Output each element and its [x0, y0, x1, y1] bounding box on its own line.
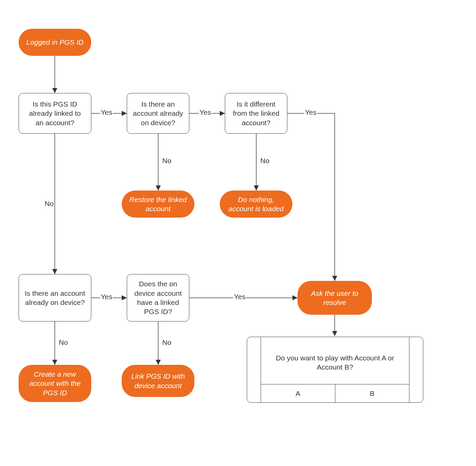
edge-q1-no: No [44, 200, 54, 208]
decision-q5-label: Does the on device account have a linked… [133, 279, 184, 316]
resolve-inner-frame: Do you want to play with Account A or Ac… [261, 337, 409, 402]
terminal-link-label: Link PGS ID with device account [127, 372, 189, 390]
terminal-resolve-label: Ask the user to resolve [303, 289, 366, 307]
resolve-dialog: Do you want to play with Account A or Ac… [247, 337, 423, 403]
decision-q4-label: Is there an account already on device? [24, 289, 86, 307]
resolve-option-b[interactable]: B [335, 384, 409, 402]
terminal-restore: Restore the linked account [122, 191, 194, 218]
terminal-nothing: Do nothing, account is loaded [220, 191, 292, 218]
decision-q1: Is this PGS ID already linked to an acco… [19, 93, 91, 134]
terminal-create-label: Create a new account with the PGS ID [24, 370, 86, 397]
terminal-resolve: Ask the user to resolve [298, 281, 372, 315]
edge-q4-no: No [58, 338, 69, 347]
resolve-buttons: A B [261, 384, 409, 402]
resolve-prompt: Do you want to play with Account A or Ac… [261, 353, 409, 372]
terminal-start-label: Logged in PGS ID [26, 38, 84, 47]
flowchart-canvas: Logged in PGS ID Is this PGS ID already … [0, 0, 476, 466]
terminal-start: Logged in PGS ID [19, 29, 91, 56]
decision-q2-label: Is there an account already on device? [133, 99, 184, 127]
decision-q3-label: Is it different from the linked account? [231, 99, 282, 127]
decision-q4: Is there an account already on device? [19, 274, 91, 321]
decision-q1-label: Is this PGS ID already linked to an acco… [24, 99, 86, 127]
decision-q3: Is it different from the linked account? [225, 93, 287, 134]
terminal-link: Link PGS ID with device account [122, 365, 194, 397]
terminal-nothing-label: Do nothing, account is loaded [225, 195, 287, 214]
edge-q5-yes: Yes [233, 293, 246, 301]
decision-q2: Is there an account already on device? [127, 93, 189, 134]
edge-q5-no: No [162, 338, 172, 347]
edge-q2-yes: Yes [199, 108, 212, 116]
edge-q2-no: No [162, 157, 172, 165]
edge-q3-no: No [260, 157, 270, 165]
terminal-create: Create a new account with the PGS ID [19, 365, 91, 402]
resolve-option-a[interactable]: A [261, 384, 335, 402]
edge-q1-yes: Yes [100, 108, 113, 116]
terminal-restore-label: Restore the linked account [127, 195, 189, 214]
edge-q4-yes: Yes [100, 293, 113, 301]
decision-q5: Does the on device account have a linked… [127, 274, 189, 321]
edge-q3-yes: Yes [304, 108, 317, 116]
